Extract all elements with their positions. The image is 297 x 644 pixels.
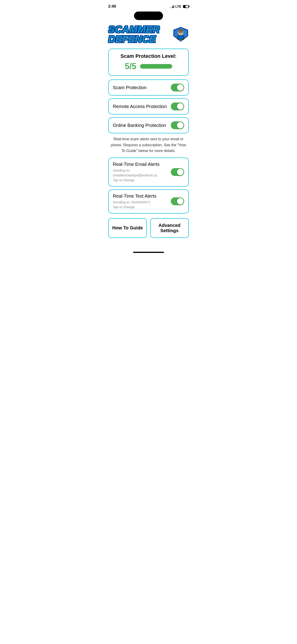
logo-area: SCAMMER DEFENCE SCAMMER DEFENCE [108,25,189,44]
app-logo-icon: SCAMMER DEFENCE [173,26,189,42]
scam-protection-label: Scam Protection [113,85,147,90]
scam-protection-row[interactable]: Scam Protection [108,80,189,96]
bottom-buttons: How To Guide Advanced Settings [108,218,189,238]
text-alerts-info: Real-Time Text Alerts Sending to: 204430… [113,194,171,209]
text-alerts-sending: Sending to: 2044304971 Tap to change [113,200,171,209]
text-alerts-card[interactable]: Real-Time Text Alerts Sending to: 204430… [108,189,189,214]
how-to-guide-button[interactable]: How To Guide [108,218,147,238]
svg-point-4 [181,32,182,33]
email-alerts-card[interactable]: Real-Time Email Alerts Sending to: chadd… [108,158,189,186]
info-text: Real-time scam alerts sent to your email… [108,136,189,154]
remote-access-protection-label: Remote Access Protection [113,104,167,109]
svg-rect-10 [178,36,184,39]
lte-label: LTE [176,4,181,8]
protection-level-title: Scam Protection Level: [113,53,184,59]
protection-level-row: 5/5 [113,62,184,71]
text-alerts-toggle[interactable] [171,198,184,205]
online-banking-protection-row[interactable]: Online Banking Protection [108,117,189,133]
text-alerts-title: Real-Time Text Alerts [113,194,171,199]
email-alerts-toggle[interactable] [171,168,184,176]
online-banking-protection-label: Online Banking Protection [113,123,166,128]
email-alerts-title: Real-Time Email Alerts [113,162,171,167]
progress-bar-fill [140,64,172,69]
svg-point-3 [179,32,180,33]
remote-access-protection-toggle[interactable] [171,102,184,110]
remote-access-protection-row[interactable]: Remote Access Protection [108,98,189,114]
protection-score: 5/5 [125,62,136,71]
scam-protection-toggle[interactable] [171,84,184,92]
dynamic-island [134,12,163,20]
main-content: SCAMMER DEFENCE SCAMMER DEFENCE [104,22,194,250]
svg-text:SCAMMER DEFENCE: SCAMMER DEFENCE [176,41,186,42]
svg-point-8 [178,29,183,32]
advanced-settings-button[interactable]: Advanced Settings [150,218,189,238]
battery-icon [182,5,189,8]
progress-bar-container [140,64,172,69]
app-logo-text: SCAMMER DEFENCE [108,25,170,44]
email-alerts-info: Real-Time Email Alerts Sending to: chadd… [113,162,171,182]
home-indicator [133,252,164,253]
status-right: LTE [170,4,189,8]
status-bar: 2:40 LTE [104,0,194,12]
signal-icon [170,5,174,8]
svg-rect-12 [179,40,182,40]
status-time: 2:40 [108,4,116,9]
online-banking-protection-toggle[interactable] [171,122,184,129]
email-alerts-sending: Sending to: chaddeschamps@hotmail.ca Tap… [113,168,171,182]
protection-level-card: Scam Protection Level: 5/5 [108,48,189,76]
